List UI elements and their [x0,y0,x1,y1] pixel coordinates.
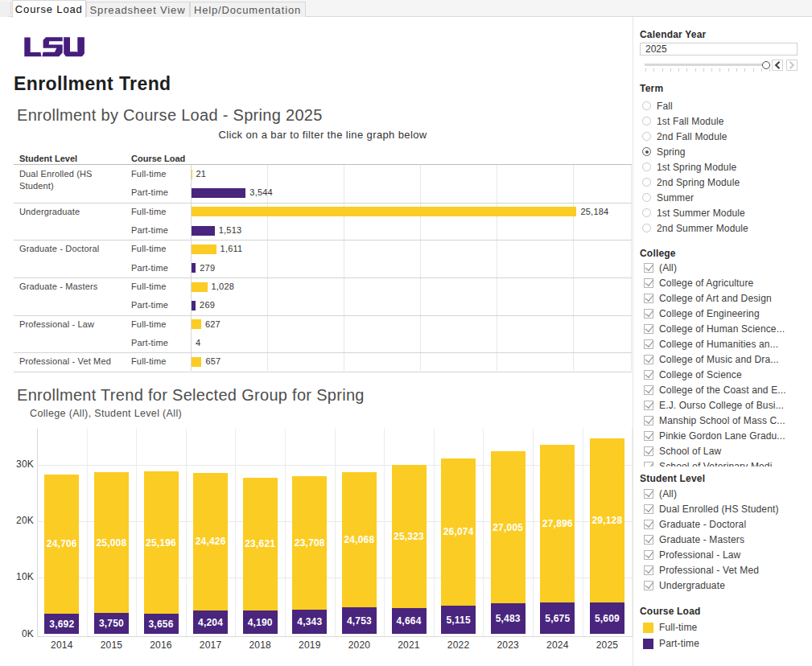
calendar-year-input[interactable] [640,43,798,56]
bar-value-label: 1,611 [221,244,243,253]
college-option[interactable]: College of Science [640,368,812,383]
radio-button[interactable] [642,101,651,110]
radio-button[interactable] [642,162,651,171]
checkbox[interactable] [644,431,653,441]
checkbox[interactable] [644,385,653,395]
student-level-cell: Dual Enrolled (HS Student) [19,168,120,192]
checkbox[interactable] [644,446,653,456]
checkbox[interactable] [644,504,653,514]
course-load-bar[interactable] [192,263,196,273]
x-axis-year-label[interactable]: 2018 [236,639,284,651]
checkbox[interactable] [644,401,653,410]
student-level-option[interactable]: Undergraduate [640,578,809,594]
term-option-1st-summer-module[interactable]: 1st Summer Module [640,205,809,220]
student-level-option[interactable]: Graduate - Doctoral [640,517,809,532]
checkbox[interactable] [644,339,653,349]
checkbox[interactable] [644,278,653,288]
slider-next-button[interactable] [786,60,798,71]
course-load-bar[interactable] [192,282,208,292]
slider-tick [703,68,704,72]
student-level-option[interactable]: Dual Enrolled (HS Student) [640,502,809,517]
row-group-border [14,203,632,204]
calendar-year-slider-track[interactable] [645,64,770,66]
tab-course-load[interactable]: Course Load [12,0,86,18]
checkbox[interactable] [644,581,653,590]
course-load-bar[interactable] [192,207,576,216]
radio-button[interactable] [642,132,651,141]
course-load-bar[interactable] [192,245,216,254]
radio-button[interactable] [642,178,651,187]
x-axis-year-label[interactable]: 2024 [534,639,582,651]
course-load-bar[interactable] [192,357,201,367]
college-option[interactable]: College of Agriculture [640,276,812,291]
course-load-bar[interactable] [192,226,215,236]
term-option-spring[interactable]: Spring [640,144,809,159]
student-level-option[interactable]: (All) [640,487,809,502]
checkbox[interactable] [644,355,653,364]
college-option[interactable]: Manship School of Mass C... [640,413,812,429]
checkbox[interactable] [644,462,653,467]
checkbox[interactable] [644,370,653,380]
slider-tick [653,68,654,72]
tab-spreadsheet-view[interactable]: Spreadsheet View [86,2,190,17]
term-option-fall[interactable]: Fall [640,98,809,113]
checkbox[interactable] [644,294,653,303]
checkbox[interactable] [644,535,653,545]
checkbox[interactable] [644,565,653,575]
legend-label: Full-time [659,622,697,633]
radio-button[interactable] [642,147,651,156]
calendar-year-slider-handle[interactable] [762,61,770,69]
checkbox[interactable] [644,520,653,529]
term-option-2nd-summer-module[interactable]: 2nd Summer Module [640,220,809,236]
column-separator [583,429,583,636]
student-level-option[interactable]: Graduate - Masters [640,532,809,548]
term-option-2nd-spring-module[interactable]: 2nd Spring Module [640,175,809,190]
college-option[interactable]: College of Music and Dra... [640,352,812,368]
course-load-bar[interactable] [192,301,196,310]
college-option[interactable]: (All) [640,261,812,276]
x-axis-year-label[interactable]: 2017 [187,639,235,651]
college-option[interactable]: E.J. Ourso College of Busi... [640,398,812,413]
college-option[interactable]: School of Veterinary Medi... [640,459,812,467]
part-time-value-label: 5,675 [534,613,582,624]
checkbox[interactable] [644,489,653,499]
checkbox[interactable] [644,263,653,273]
x-axis-year-label[interactable]: 2023 [484,639,532,651]
college-option[interactable]: College of Humanities an... [640,337,812,352]
radio-button[interactable] [642,224,651,232]
checkbox[interactable] [644,550,653,560]
x-axis-year-label[interactable]: 2025 [583,639,631,651]
x-axis-year-label[interactable]: 2016 [137,639,185,651]
college-option[interactable]: School of Law [640,444,812,459]
slider-tick [686,68,687,72]
radio-button[interactable] [642,193,651,202]
term-option-label: 2nd Summer Module [657,223,748,234]
college-option[interactable]: Pinkie Gordon Lane Gradu... [640,429,812,444]
course-load-cell: Part-time [131,263,168,273]
term-option-1st-fall-module[interactable]: 1st Fall Module [640,113,809,129]
x-axis-year-label[interactable]: 2014 [38,639,86,651]
college-option[interactable]: College of the Coast and E... [640,383,812,398]
student-level-option[interactable]: Professional - Vet Med [640,563,809,578]
term-option-summer[interactable]: Summer [640,190,809,205]
tab-help-documentation[interactable]: Help/Documentation [190,2,306,17]
checkbox[interactable] [644,416,653,426]
course-load-bar[interactable] [192,188,245,198]
term-option-2nd-fall-module[interactable]: 2nd Fall Module [640,129,809,144]
checkbox[interactable] [644,324,653,334]
x-axis-year-label[interactable]: 2019 [286,639,334,651]
checkbox[interactable] [644,309,653,319]
college-option[interactable]: College of Art and Design [640,291,812,306]
x-axis-year-label[interactable]: 2021 [385,639,433,651]
student-level-option[interactable]: Professional - Law [640,548,809,563]
radio-button[interactable] [642,117,651,125]
term-option-1st-spring-module[interactable]: 1st Spring Module [640,159,809,175]
slider-prev-button[interactable] [772,60,783,71]
course-load-bar[interactable] [192,319,201,329]
x-axis-year-label[interactable]: 2022 [435,639,483,651]
college-option[interactable]: College of Engineering [640,306,812,322]
college-option[interactable]: College of Human Science... [640,322,812,337]
radio-button[interactable] [642,208,651,217]
x-axis-year-label[interactable]: 2020 [335,639,383,651]
x-axis-year-label[interactable]: 2015 [87,639,135,651]
